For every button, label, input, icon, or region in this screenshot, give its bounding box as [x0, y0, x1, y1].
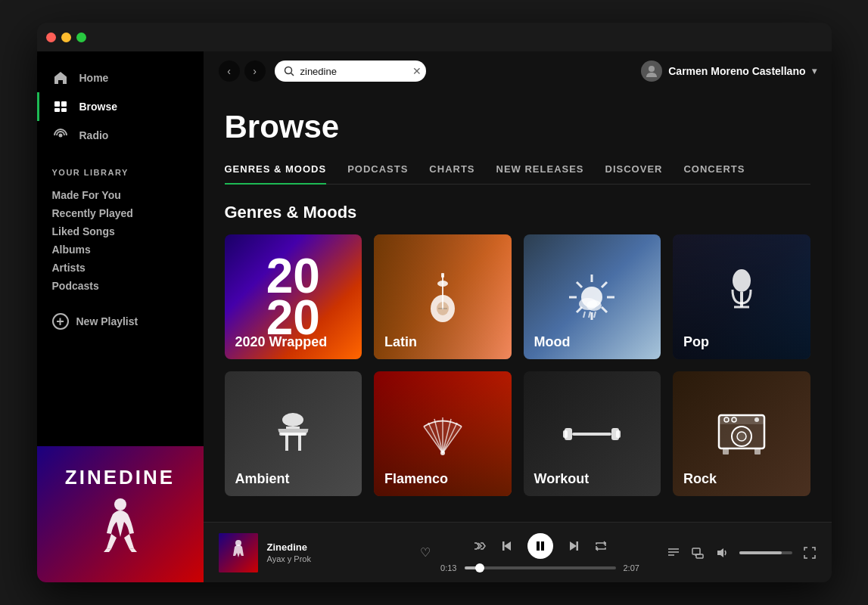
chair-icon — [269, 405, 318, 462]
genre-grid: 2020 2020 Wrapped — [225, 234, 810, 496]
genre-card-pop[interactable]: Pop — [673, 234, 810, 359]
player-artist: Ayax y Prok — [267, 554, 411, 563]
genre-card-wrapped[interactable]: 2020 2020 Wrapped — [225, 234, 362, 359]
svg-rect-11 — [442, 275, 443, 309]
browse-tabs: GENRES & MOODS PODCASTS CHARTS NEW RELEA… — [225, 163, 810, 185]
radio-icon — [52, 127, 69, 144]
svg-rect-39 — [563, 430, 568, 438]
svg-rect-0 — [54, 101, 60, 107]
svg-line-28 — [594, 312, 596, 318]
player-right — [650, 546, 817, 560]
queue-button[interactable] — [667, 546, 680, 560]
sidebar-item-podcasts[interactable]: Podcasts — [52, 277, 188, 295]
svg-rect-33 — [286, 427, 300, 429]
genre-card-rock[interactable]: Rock — [673, 371, 810, 496]
main-content: ‹ › ✕ — [204, 51, 832, 582]
tab-new-releases[interactable]: NEW RELEASES — [496, 163, 584, 184]
tab-discover[interactable]: DISCOVER — [605, 163, 663, 184]
topbar: ‹ › ✕ — [204, 51, 832, 91]
like-button[interactable]: ♡ — [420, 545, 431, 560]
devices-button[interactable] — [691, 546, 705, 560]
svg-line-7 — [291, 73, 294, 76]
dumbbell-icon — [562, 419, 622, 449]
sidebar: Home Browse — [37, 51, 204, 582]
maximize-button[interactable] — [76, 33, 86, 42]
sidebar-item-made-for-you[interactable]: Made For You — [52, 186, 188, 204]
volume-button[interactable] — [715, 546, 729, 560]
genre-card-ambient[interactable]: Ambient — [225, 371, 362, 496]
search-clear-icon[interactable]: ✕ — [412, 65, 422, 77]
browse-content: Browse GENRES & MOODS PODCASTS CHARTS NE… — [204, 91, 832, 522]
svg-rect-58 — [576, 541, 578, 551]
previous-button[interactable] — [500, 539, 514, 553]
tab-genres-moods[interactable]: GENRES & MOODS — [225, 163, 327, 184]
album-background: ZINEDINE — [37, 446, 204, 582]
time-total: 2:07 — [624, 563, 650, 572]
repeat-button[interactable] — [594, 539, 608, 553]
svg-marker-53 — [504, 541, 511, 551]
sidebar-item-liked-songs[interactable]: Liked Songs — [52, 222, 188, 240]
latin-icon — [416, 267, 469, 327]
user-menu-chevron-icon[interactable]: ▾ — [812, 66, 817, 76]
microphone-icon — [719, 267, 764, 327]
browse-title: Browse — [225, 109, 810, 145]
ambient-label: Ambient — [235, 471, 290, 487]
genre-card-workout[interactable]: Workout — [524, 371, 661, 496]
play-pause-button[interactable] — [527, 533, 553, 559]
player: Zinedine Ayax y Prok ♡ — [204, 522, 832, 582]
search-input[interactable] — [300, 66, 406, 77]
genre-card-mood[interactable]: Mood — [524, 234, 661, 359]
search-icon — [284, 66, 294, 76]
genre-card-latin[interactable]: Latin — [374, 234, 512, 359]
svg-point-12 — [437, 281, 448, 287]
app-window: Home Browse — [37, 23, 832, 582]
sidebar-album-art[interactable]: ZINEDINE — [37, 446, 204, 582]
pop-label: Pop — [683, 334, 709, 350]
browse-icon — [52, 98, 69, 115]
tab-concerts[interactable]: CONCERTS — [683, 163, 745, 184]
forward-button[interactable]: › — [244, 60, 266, 82]
svg-marker-57 — [570, 541, 577, 551]
genre-card-flamenco[interactable]: Flamenco — [374, 371, 512, 496]
shuffle-button[interactable] — [473, 539, 487, 553]
new-playlist-button[interactable]: + New Playlist — [37, 301, 204, 336]
svg-line-26 — [583, 312, 585, 318]
wrapped-content: 2020 — [266, 256, 320, 338]
svg-rect-51 — [754, 448, 761, 455]
svg-line-27 — [589, 312, 590, 318]
sidebar-item-browse[interactable]: Browse — [37, 92, 204, 121]
player-album-art — [219, 533, 258, 572]
progress-bar[interactable]: 0:13 2:07 — [431, 563, 650, 572]
minimize-button[interactable] — [61, 33, 71, 42]
svg-rect-32 — [282, 413, 303, 427]
close-button[interactable] — [46, 33, 56, 42]
back-button[interactable]: ‹ — [219, 60, 240, 82]
player-controls — [473, 533, 608, 559]
search-bar[interactable]: ✕ — [275, 60, 426, 82]
volume-slider[interactable] — [739, 551, 792, 554]
sidebar-item-albums[interactable]: Albums — [52, 240, 188, 259]
svg-point-8 — [649, 66, 655, 72]
fullscreen-button[interactable] — [803, 546, 817, 560]
sidebar-item-radio[interactable]: Radio — [37, 121, 204, 150]
tab-charts[interactable]: CHARTS — [429, 163, 474, 184]
svg-point-49 — [754, 417, 759, 422]
mood-icon — [565, 271, 618, 324]
svg-rect-2 — [54, 108, 60, 112]
sidebar-browse-label: Browse — [79, 101, 118, 113]
svg-rect-40 — [572, 433, 611, 436]
svg-point-25 — [586, 300, 602, 311]
sidebar-home-label: Home — [79, 72, 109, 84]
sidebar-nav: Home Browse — [37, 51, 204, 156]
next-button[interactable] — [567, 539, 580, 553]
amplifier-icon — [715, 411, 768, 457]
sidebar-item-home[interactable]: Home — [37, 64, 204, 92]
user-avatar — [641, 60, 662, 82]
progress-track[interactable] — [465, 566, 616, 569]
progress-dot — [475, 563, 484, 572]
svg-rect-54 — [502, 541, 505, 551]
sidebar-item-artists[interactable]: Artists — [52, 259, 188, 277]
sidebar-item-recently-played[interactable]: Recently Played — [52, 204, 188, 222]
traffic-lights — [46, 33, 86, 42]
tab-podcasts[interactable]: PODCASTS — [347, 163, 408, 184]
